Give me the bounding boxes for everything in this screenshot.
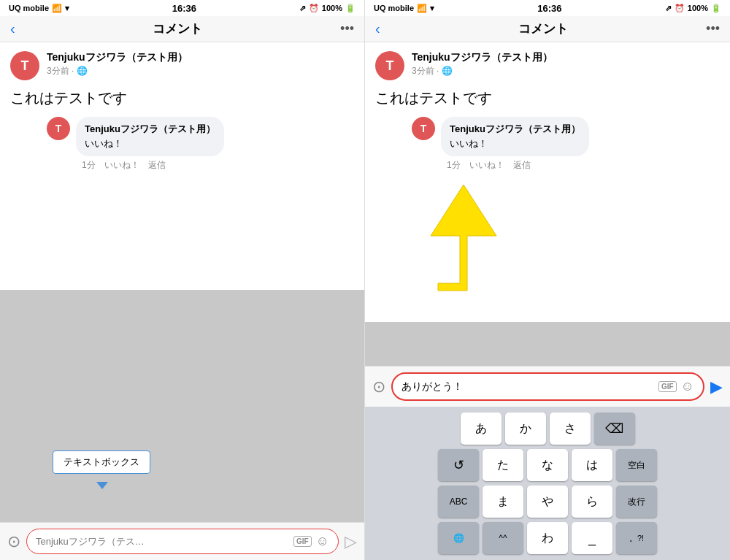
right-reply-content: Tenjukuフジワラ（テスト用） いいね！ 1分 いいね！ 返信 [441, 117, 589, 172]
key-na[interactable]: な [527, 449, 568, 481]
left-reply-comment: T Tenjukuフジワラ（テスト用） いいね！ 1分 いいね！ 返信 [47, 117, 354, 172]
right-comment-section: T Tenjukuフジワラ（テスト用） 3分前 · 🌐 これはテストです T T… [365, 42, 730, 322]
left-status-left: UQ mobile 📶 ▾ [9, 4, 69, 13]
key-a[interactable]: あ [461, 413, 502, 445]
left-post-meta: 3分前 · 🌐 [47, 65, 354, 77]
key-ta[interactable]: た [483, 449, 523, 481]
right-reply-time: 1分 [447, 159, 461, 172]
key-abc[interactable]: ABC [438, 486, 479, 518]
left-annotation-box: テキストボックス [53, 450, 150, 474]
left-location-icon: ⇗ [299, 4, 306, 13]
key-ya[interactable]: や [527, 486, 568, 518]
key-enter[interactable]: 改行 [616, 486, 657, 518]
left-reply-actions: 1分 いいね！ 返信 [82, 159, 224, 172]
left-reply-button[interactable]: 返信 [148, 159, 166, 172]
key-ra[interactable]: ら [572, 486, 612, 518]
left-signal-icon: 📶 [52, 4, 62, 13]
key-ma[interactable]: ま [483, 486, 523, 518]
left-carrier: UQ mobile [9, 4, 49, 12]
left-reply-username: Tenjukuフジワラ（テスト用） [85, 123, 215, 136]
keyboard-row-2: ↺ た な は 空白 [368, 449, 727, 481]
key-caret[interactable]: ^^ [483, 522, 523, 554]
right-status-bar: UQ mobile 📶 ▾ 16:36 ⇗ ⏰ 100% 🔋 [365, 0, 730, 16]
right-location-icon: ⇗ [665, 4, 672, 13]
left-wifi-icon: ▾ [65, 4, 69, 13]
right-signal-icon: 📶 [417, 4, 427, 13]
right-emoji-button[interactable]: ☺ [681, 379, 694, 394]
left-reply-avatar: T [47, 117, 70, 140]
right-post-comment: T Tenjukuフジワラ（テスト用） 3分前 · 🌐 [375, 51, 720, 80]
left-annotation-arrow [96, 482, 108, 489]
right-status-left: UQ mobile 📶 ▾ [374, 4, 434, 13]
left-reply-content: Tenjukuフジワラ（テスト用） いいね！ 1分 いいね！ 返信 [76, 117, 224, 172]
right-input-icons: GIF ☺ [658, 379, 694, 394]
left-emoji-button[interactable]: ☺ [316, 534, 329, 549]
left-status-right: ⇗ ⏰ 100% 🔋 [299, 4, 356, 13]
left-time: 16:36 [172, 3, 196, 14]
left-more-button[interactable]: ••• [340, 21, 354, 37]
left-post-comment: T Tenjukuフジワラ（テスト用） 3分前 · 🌐 [10, 51, 354, 80]
right-more-button[interactable]: ••• [706, 21, 720, 37]
right-input-text: ありがとう！ [402, 380, 654, 394]
left-input-field[interactable]: Tenjukuフジワラ（テス… GIF ☺ [26, 529, 339, 554]
right-input-field[interactable]: ありがとう！ GIF ☺ [391, 372, 704, 401]
right-camera-icon[interactable]: ⊙ [372, 377, 385, 396]
right-carrier: UQ mobile [374, 4, 414, 12]
right-nav-bar: ‹ コメント ••• [365, 16, 730, 42]
left-alarm-icon: ⏰ [309, 4, 319, 13]
left-status-bar: UQ mobile 📶 ▾ 16:36 ⇗ ⏰ 100% 🔋 [0, 0, 364, 16]
key-space[interactable]: 空白 [616, 449, 657, 481]
key-delete[interactable]: ⌫ [594, 413, 635, 445]
right-back-button[interactable]: ‹ [375, 20, 380, 37]
left-reply-bubble: Tenjukuフジワラ（テスト用） いいね！ [76, 117, 224, 156]
left-nav-title: コメント [153, 20, 202, 37]
left-input-placeholder: Tenjukuフジワラ（テス… [36, 535, 289, 548]
left-reply-time: 1分 [82, 159, 96, 172]
right-reply-username: Tenjukuフジワラ（テスト用） [450, 123, 580, 136]
left-gif-button[interactable]: GIF [293, 536, 312, 547]
left-like-button[interactable]: いいね！ [104, 159, 139, 172]
key-underscore[interactable]: _ [572, 522, 612, 554]
right-gif-button[interactable]: GIF [658, 381, 677, 392]
left-back-button[interactable]: ‹ [10, 20, 15, 37]
left-camera-icon[interactable]: ⊙ [7, 532, 20, 551]
key-ha[interactable]: は [572, 449, 612, 481]
right-phone-panel: UQ mobile 📶 ▾ 16:36 ⇗ ⏰ 100% 🔋 ‹ コメント ••… [365, 0, 730, 560]
key-punctuation[interactable]: 。?! [616, 522, 657, 554]
right-nav-title: コメント [518, 20, 568, 37]
right-reply-avatar: T [412, 117, 435, 140]
left-battery: 100% [322, 4, 342, 12]
right-post-text: これはテストです [375, 88, 720, 108]
right-send-button[interactable]: ▶ [710, 377, 723, 396]
key-undo[interactable]: ↺ [438, 449, 479, 481]
right-reply-actions: 1分 いいね！ 返信 [447, 159, 589, 172]
right-reply-button[interactable]: 返信 [513, 159, 531, 172]
key-globe[interactable]: 🌐 [438, 522, 479, 554]
left-battery-icon: 🔋 [345, 4, 356, 13]
left-reply-text: いいね！ [85, 137, 215, 150]
right-time: 16:36 [537, 3, 561, 14]
right-battery-icon: 🔋 [711, 4, 721, 13]
left-post-content: Tenjukuフジワラ（テスト用） 3分前 · 🌐 [47, 51, 354, 80]
left-input-icons: GIF ☺ [293, 534, 329, 549]
left-comment-section: T Tenjukuフジワラ（テスト用） 3分前 · 🌐 これはテストです T T… [0, 42, 364, 290]
keyboard-row-3: ABC ま や ら 改行 [368, 486, 727, 518]
right-post-content: Tenjukuフジワラ（テスト用） 3分前 · 🌐 [412, 51, 720, 80]
right-post-username: Tenjukuフジワラ（テスト用） [412, 51, 720, 64]
right-gray-space [365, 322, 730, 366]
key-ka[interactable]: か [505, 413, 546, 445]
right-wifi-icon: ▾ [430, 4, 434, 13]
keyboard-row-1: あ か さ ⌫ [368, 413, 727, 445]
left-post-avatar: T [10, 51, 39, 80]
key-sa[interactable]: さ [550, 413, 591, 445]
left-send-button[interactable]: ▷ [345, 532, 357, 551]
key-wa[interactable]: わ [527, 522, 568, 554]
right-like-button[interactable]: いいね！ [469, 159, 504, 172]
left-phone-panel: UQ mobile 📶 ▾ 16:36 ⇗ ⏰ 100% 🔋 ‹ コメント ••… [0, 0, 365, 560]
keyboard-row-4: 🌐 ^^ わ _ 。?! [368, 522, 727, 554]
right-status-right: ⇗ ⏰ 100% 🔋 [665, 4, 721, 13]
left-post-username: Tenjukuフジワラ（テスト用） [47, 51, 354, 64]
right-reply-bubble: Tenjukuフジワラ（テスト用） いいね！ [441, 117, 589, 156]
right-post-meta: 3分前 · 🌐 [412, 65, 720, 77]
left-input-bar: ⊙ Tenjukuフジワラ（テス… GIF ☺ ▷ [0, 522, 364, 560]
